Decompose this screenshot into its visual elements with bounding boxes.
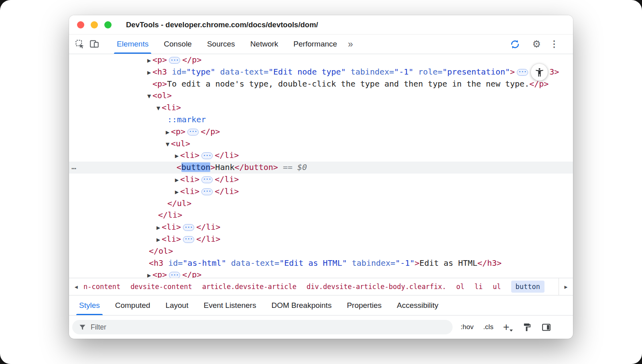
paint-brush-icon[interactable] bbox=[522, 323, 532, 332]
dom-tree-row[interactable]: ▶<p>•••</p> bbox=[69, 269, 573, 278]
collapsed-content-ellipsis-badge[interactable]: ••• bbox=[187, 129, 199, 135]
accessibility-cursor-slot bbox=[530, 70, 549, 74]
kebab-menu-icon[interactable]: ⋮ bbox=[550, 40, 559, 49]
new-style-rule-button[interactable]: + bbox=[503, 322, 513, 333]
token-av: "Edit as HTML" bbox=[279, 258, 347, 268]
breadcrumb-item-div-devsite-article-body-clearfix[interactable]: div.devsite-article-body.clearfix. bbox=[307, 283, 446, 291]
dom-tree-row[interactable]: ▶<li>•••</li> bbox=[69, 150, 573, 162]
collapsed-content-ellipsis-badge[interactable]: ••• bbox=[517, 69, 528, 76]
h3-type-node-row[interactable]: ▶<h3 id="type" data-text="Edit node type… bbox=[69, 66, 573, 78]
dom-tree-row[interactable]: ▶<li>•••</li> bbox=[69, 186, 573, 198]
collapsed-content-ellipsis-badge[interactable]: ••• bbox=[183, 236, 194, 243]
sidebar-dock-toggle-icon[interactable] bbox=[541, 322, 551, 332]
dom-tree-row[interactable]: </ul> bbox=[69, 198, 573, 210]
breadcrumb-scroll-left-icon[interactable]: ◀ bbox=[69, 278, 83, 295]
plus-icon: + bbox=[503, 321, 510, 333]
selected-button-node-row[interactable]: …<button>Hank</button> == $0 bbox=[69, 162, 573, 174]
device-toolbar-icon[interactable] bbox=[88, 38, 100, 50]
tab-performance[interactable]: Performance bbox=[286, 34, 345, 54]
expand-arrow-closed-icon[interactable]: ▶ bbox=[146, 270, 152, 278]
collapsed-content-ellipsis-badge[interactable]: ••• bbox=[183, 224, 194, 231]
tab-console[interactable]: Console bbox=[156, 34, 199, 54]
dom-tree-row[interactable]: </ol> bbox=[69, 245, 573, 257]
expand-arrow-closed-icon[interactable]: ▶ bbox=[164, 127, 171, 139]
close-window-button[interactable] bbox=[77, 21, 84, 28]
token-av: "as-html" bbox=[183, 258, 226, 268]
dom-tree-row[interactable]: ▶<li>•••</li> bbox=[69, 221, 573, 233]
sidebar-tab-computed[interactable]: Computed bbox=[108, 295, 158, 315]
zoom-window-button[interactable] bbox=[104, 21, 112, 28]
dom-tree-row[interactable]: </li> bbox=[69, 209, 573, 221]
expand-arrow-open-icon[interactable]: ▼ bbox=[155, 103, 162, 115]
collapsed-content-ellipsis-badge[interactable]: ••• bbox=[169, 57, 180, 64]
token-tag: > bbox=[414, 258, 419, 268]
token-tag: <li> bbox=[180, 150, 199, 160]
expand-arrow-closed-icon[interactable]: ▶ bbox=[173, 174, 180, 186]
inspect-element-icon[interactable] bbox=[74, 38, 86, 50]
more-tabs-icon[interactable]: » bbox=[348, 40, 353, 49]
breadcrumb-item-ul[interactable]: ul bbox=[493, 283, 501, 291]
dom-tree-row[interactable]: ▶<p>•••</p> bbox=[69, 126, 573, 138]
breadcrumb-item-n-content[interactable]: n-content bbox=[83, 283, 120, 291]
expand-arrow-closed-icon[interactable]: ▶ bbox=[173, 186, 180, 198]
breadcrumb-item-ol[interactable]: ol bbox=[456, 283, 464, 291]
sidebar-tab-dom-breakpoints[interactable]: DOM Breakpoints bbox=[264, 295, 339, 315]
minimize-window-button[interactable] bbox=[91, 21, 98, 28]
dom-tree-row[interactable]: ▶<p>•••</p> bbox=[69, 54, 573, 66]
sync-extension-icon[interactable] bbox=[509, 38, 521, 50]
token-an: data-text= bbox=[231, 258, 279, 268]
dom-tree-row[interactable]: ▼<ul> bbox=[69, 138, 573, 150]
sidebar-tab-properties[interactable]: Properties bbox=[339, 295, 389, 315]
token-text: Hank bbox=[215, 162, 234, 172]
token-tag: </p> bbox=[182, 55, 201, 65]
token-plain bbox=[293, 162, 297, 172]
expand-arrow-closed-icon[interactable]: ▶ bbox=[146, 55, 152, 67]
token-tag: <li> bbox=[180, 174, 199, 184]
sidebar-tab-accessibility[interactable]: Accessibility bbox=[389, 295, 446, 315]
tab-sources[interactable]: Sources bbox=[199, 34, 243, 54]
token-plain bbox=[413, 67, 418, 77]
row-overflow-dots-icon[interactable]: … bbox=[71, 161, 76, 173]
token-eq: == bbox=[283, 162, 293, 172]
collapsed-content-ellipsis-badge[interactable]: ••• bbox=[169, 272, 180, 278]
expand-arrow-closed-icon[interactable]: ▶ bbox=[173, 150, 180, 162]
dom-tree-row[interactable]: ▶<li>•••</li> bbox=[69, 233, 573, 245]
toggle-element-state-button[interactable]: :hov bbox=[461, 323, 473, 331]
toggle-classes-button[interactable]: .cls bbox=[483, 323, 494, 331]
h3-as-html-node-row[interactable]: <h3 id="as-html" data-text="Edit as HTML… bbox=[69, 257, 573, 269]
sidebar-tab-styles[interactable]: Styles bbox=[71, 295, 108, 315]
filter-funnel-icon bbox=[79, 324, 86, 331]
dom-tree-row[interactable]: ▶<li>•••</li> bbox=[69, 174, 573, 186]
expand-arrow-open-icon[interactable]: ▼ bbox=[146, 91, 152, 103]
tab-elements[interactable]: Elements bbox=[109, 34, 156, 54]
expand-arrow-closed-icon[interactable]: ▶ bbox=[155, 234, 162, 246]
settings-gear-icon[interactable]: ⚙ bbox=[532, 39, 541, 49]
filter-field[interactable] bbox=[72, 320, 453, 334]
breadcrumb-item-li[interactable]: li bbox=[475, 283, 483, 291]
collapsed-content-ellipsis-badge[interactable]: ••• bbox=[201, 152, 213, 159]
token-av: "-1" bbox=[395, 258, 414, 268]
dom-tree-row[interactable]: ▼<li> bbox=[69, 102, 573, 114]
token-tag: <li> bbox=[180, 186, 199, 196]
breadcrumb-item-devsite-content[interactable]: devsite-content bbox=[130, 283, 192, 291]
sidebar-tab-event-listeners[interactable]: Event Listeners bbox=[196, 295, 264, 315]
sidebar-tab-layout[interactable]: Layout bbox=[158, 295, 196, 315]
expand-arrow-open-icon[interactable]: ▼ bbox=[164, 139, 171, 151]
breadcrumb-scroll-right-icon[interactable]: ▶ bbox=[559, 278, 573, 295]
token-plain bbox=[347, 258, 352, 268]
p-text-node-row[interactable]: <p>To edit a node's type, double-click t… bbox=[69, 78, 573, 90]
breadcrumb-bar: ◀ n-contentdevsite-contentarticle.devsit… bbox=[69, 278, 573, 295]
token-tag: </li> bbox=[215, 150, 239, 160]
filter-input[interactable] bbox=[91, 323, 446, 332]
marker-pseudo-row[interactable]: ::marker bbox=[69, 114, 573, 126]
tab-network[interactable]: Network bbox=[243, 34, 286, 54]
expand-arrow-closed-icon[interactable]: ▶ bbox=[155, 222, 162, 234]
breadcrumb-item-article-devsite-article[interactable]: article.devsite-article bbox=[202, 283, 297, 291]
expand-arrow-closed-icon[interactable]: ▶ bbox=[146, 67, 152, 79]
token-av: "Edit node type" bbox=[268, 67, 346, 77]
collapsed-content-ellipsis-badge[interactable]: ••• bbox=[201, 188, 213, 195]
collapsed-content-ellipsis-badge[interactable]: ••• bbox=[201, 176, 213, 183]
dom-tree-row[interactable]: ▼<ol> bbox=[69, 90, 573, 102]
breadcrumb-item-button[interactable]: button bbox=[511, 281, 544, 293]
token-plain bbox=[226, 258, 231, 268]
